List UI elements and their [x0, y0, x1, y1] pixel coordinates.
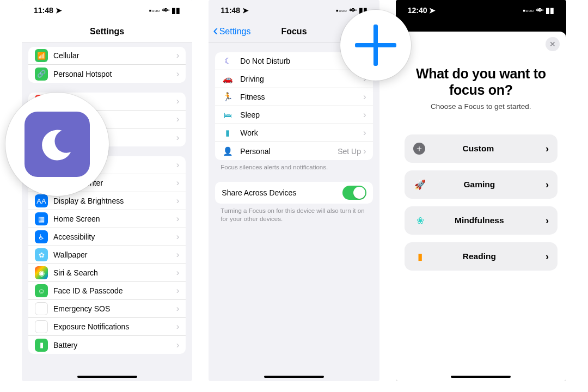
settings-faceid-icon: ☺	[35, 284, 48, 297]
settings-exposure[interactable]: ✱Exposure Notifications›	[28, 318, 186, 336]
plus-icon	[355, 24, 396, 66]
focus-personal-icon: 👤	[222, 146, 234, 156]
chevron-right-icon: ›	[363, 146, 366, 157]
row-label: Wallpaper	[53, 250, 176, 259]
row-label: Personal Hotspot	[53, 70, 176, 78]
nav-bar: Settings	[22, 21, 192, 42]
sheet-subheading: Choose a Focus to get started.	[405, 102, 558, 111]
location-icon: ➤	[56, 6, 62, 15]
settings-hotspot[interactable]: 🔗Personal Hotspot›	[28, 65, 186, 83]
settings-cellular[interactable]: 📶Cellular›	[28, 47, 186, 65]
row-detail: Set Up	[338, 147, 361, 156]
row-label: Emergency SOS	[53, 304, 176, 313]
settings-accessibility[interactable]: ♿︎Accessibility›	[28, 228, 186, 246]
focus-work-icon: ▮	[222, 128, 234, 138]
focus-opt-custom[interactable]: ＋Custom›	[405, 134, 558, 163]
settings-battery[interactable]: ▮Battery›	[28, 336, 186, 354]
callout-focus-icon	[5, 93, 109, 196]
row-label: Face ID & Passcode	[53, 286, 176, 295]
option-label: Reading	[413, 252, 546, 261]
home-indicator[interactable]	[451, 376, 511, 378]
battery-icon: ▮▮	[171, 6, 180, 15]
share-across-devices-row[interactable]: Share Across Devices	[215, 182, 372, 204]
chevron-right-icon: ›	[176, 177, 180, 188]
status-bar: 12:40➤ ▪▫▫▫⬲▮▮	[396, 0, 566, 21]
chevron-right-icon: ›	[176, 285, 180, 296]
chevron-right-icon: ›	[176, 50, 180, 61]
section-footer: Focus silences alerts and notifications.	[209, 160, 379, 172]
option-label: Custom	[411, 144, 546, 154]
section-footer: Turning a Focus on for this device will …	[209, 204, 379, 224]
row-label: Siri & Search	[53, 268, 176, 277]
settings-faceid[interactable]: ☺Face ID & Passcode›	[28, 282, 186, 300]
close-button[interactable]: ✕	[546, 37, 560, 51]
back-button[interactable]: Settings	[209, 27, 250, 36]
settings-sos[interactable]: SOSEmergency SOS›	[28, 300, 186, 318]
chevron-right-icon: ›	[176, 69, 180, 79]
focus-opt-reading[interactable]: ▮Reading›	[405, 242, 558, 271]
settings-siri[interactable]: ◉Siri & Search›	[28, 264, 186, 282]
row-label: Exposure Notifications	[53, 322, 176, 331]
settings-wallpaper[interactable]: ✿Wallpaper›	[28, 246, 186, 264]
chevron-right-icon: ›	[176, 303, 180, 314]
row-label: Cellular	[53, 51, 176, 60]
chevron-right-icon: ›	[546, 251, 549, 262]
chevron-right-icon: ›	[176, 160, 180, 170]
focus-sleep-icon: 🛏	[222, 111, 234, 120]
chevron-right-icon: ›	[176, 132, 180, 143]
focus-opt-gaming[interactable]: 🚀Gaming›	[405, 170, 558, 199]
signal-icon: ▪▫▫▫	[149, 6, 160, 15]
home-indicator[interactable]	[264, 376, 324, 378]
status-time: 11:48	[34, 6, 53, 15]
chevron-right-icon: ›	[176, 96, 180, 107]
settings-sos-icon: SOS	[35, 302, 48, 315]
settings-wallpaper-icon: ✿	[35, 248, 48, 261]
focus-driving[interactable]: 🚗Driving›	[215, 70, 372, 88]
sheet-heading: What do you want to focus on?	[414, 65, 548, 98]
location-icon: ➤	[429, 6, 436, 15]
focus-work[interactable]: ▮Work›	[215, 124, 372, 142]
focus-dnd-icon: ☾	[222, 56, 234, 66]
focus-fitness-icon: 🏃	[222, 92, 234, 102]
share-toggle[interactable]	[342, 186, 366, 200]
focus-opt-mindfulness[interactable]: ❀Mindfulness›	[405, 206, 558, 235]
row-label: Display & Brightness	[53, 197, 176, 205]
settings-display-icon: AA	[35, 194, 48, 207]
signal-icon: ▪▫▫▫	[523, 6, 534, 15]
settings-hotspot-icon: 🔗	[35, 68, 48, 81]
chevron-right-icon: ›	[176, 213, 180, 224]
row-label: Share Across Devices	[222, 188, 342, 197]
chevron-right-icon: ›	[363, 91, 366, 102]
focus-icon-tile	[24, 112, 90, 177]
screen-focus-chooser: 12:40➤ ▪▫▫▫⬲▮▮ ✕ What do you want to foc…	[396, 0, 566, 381]
row-label: Fitness	[240, 93, 363, 101]
wifi-icon: ⬲	[162, 6, 169, 15]
row-label: Home Screen	[53, 215, 176, 223]
battery-icon: ▮▮	[546, 6, 554, 15]
page-title: Settings	[22, 27, 192, 36]
chevron-right-icon: ›	[176, 249, 180, 260]
chevron-right-icon: ›	[176, 321, 180, 332]
focus-fitness[interactable]: 🏃Fitness›	[215, 88, 372, 106]
chevron-right-icon: ›	[546, 179, 549, 191]
chevron-right-icon: ›	[176, 340, 180, 351]
wifi-icon: ⬲	[536, 6, 543, 15]
close-icon: ✕	[549, 40, 556, 48]
focus-driving-icon: 🚗	[222, 74, 234, 84]
focus-personal[interactable]: 👤PersonalSet Up›	[215, 142, 372, 160]
settings-exposure-icon: ✱	[35, 320, 48, 333]
settings-cellular-icon: 📶	[35, 49, 48, 62]
row-label: Driving	[240, 75, 363, 83]
focus-sleep[interactable]: 🛏Sleep›	[215, 106, 372, 124]
option-label: Mindfulness	[413, 216, 546, 225]
home-indicator[interactable]	[77, 376, 137, 378]
settings-accessibility-icon: ♿︎	[35, 230, 48, 243]
chevron-right-icon: ›	[176, 195, 180, 206]
settings-home-screen[interactable]: ▦Home Screen›	[28, 210, 186, 228]
row-label: Personal	[240, 147, 338, 156]
settings-home-screen-icon: ▦	[35, 212, 48, 225]
status-bar: 11:48➤ ▪▫▫▫⬲▮▮	[22, 0, 192, 21]
chevron-right-icon: ›	[363, 127, 366, 138]
settings-siri-icon: ◉	[35, 266, 48, 279]
moon-icon	[38, 125, 76, 163]
